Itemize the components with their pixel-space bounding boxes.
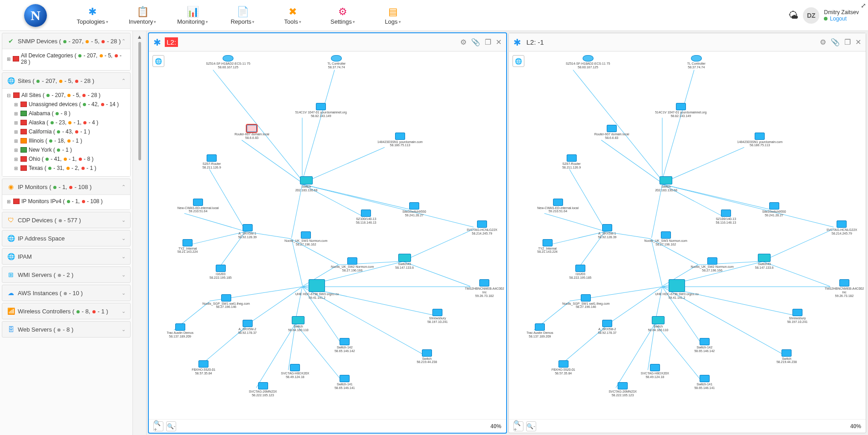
expand-icon[interactable]: ⊞ (13, 120, 19, 125)
topology-node[interactable]: Switch-14258.65.146.142 (335, 338, 355, 353)
scroll-rail[interactable]: ▲ (133, 31, 147, 435)
topology-node[interactable]: SVCTAG-H8OX20X58.49.124.18 (641, 364, 669, 379)
topology-node[interactable]: A_SRX5M-258.92.178.37 (238, 320, 257, 334)
tree-row-site[interactable]: ⊞Texas ( - 31, - 2, - 1 ) (5, 164, 127, 173)
topology-node[interactable]: Shrewsbury58.197.10.241 (787, 309, 807, 323)
scroll-up-icon[interactable]: ▲ (137, 34, 142, 40)
zoom-in-button[interactable]: 🔍+ (153, 421, 163, 431)
topology-node[interactable]: UHE HDC-6736 SW3 orgco.co59.41.141.2 (655, 279, 699, 299)
panel-header-ipspace[interactable]: 🌐 IP Address Space ⌄ (2, 230, 130, 246)
topology-node[interactable]: SZ67-Router58.211.126.9 (562, 154, 581, 169)
panel-header-cdp[interactable]: 🛡 CDP Devices ( - 577 ) ⌄ (2, 212, 130, 228)
topology-node[interactable]: Switch58.64.160.110 (288, 316, 309, 332)
topology-node[interactable]: Switch-14258.65.146.142 (694, 338, 715, 353)
topology-node[interactable]: FBXHO-5520-0158.57.35.84 (192, 360, 215, 375)
topology-node[interactable]: Site3Switch955059.241.28.27 (402, 202, 426, 217)
tree-row-site[interactable]: ⊞Ohio ( - 41, - 1, - 8 ) (5, 154, 127, 164)
attach-icon[interactable]: 📎 (831, 38, 840, 46)
topology-node[interactable]: Switch202.183.130.68 (655, 176, 677, 192)
nav-tools[interactable]: ✖Tools▾ (268, 3, 318, 28)
expand-icon[interactable]: ⊞ (13, 166, 19, 171)
panel-header-snmp[interactable]: ✔ SNMP Devices ( - 207, - 5, - 28 ) ⌃ (2, 33, 130, 49)
topology-node[interactable]: TYZ_Internal58.21.143.224 (178, 239, 198, 254)
topology-node[interactable]: Noctis_SGP_SW1 swt1.theg.com58.27.196.14… (562, 294, 609, 309)
topology-node[interactable]: 148423D3SN1 yourdomain.com58.186.75.113 (737, 133, 783, 147)
topology-node[interactable]: 514C1V 1047-01 yourdomainnet.org58.82.14… (295, 103, 347, 118)
topology-node[interactable]: SZ67-Router58.211.126.9 (203, 154, 221, 169)
zoom-out-button[interactable]: 🔍- (526, 421, 536, 431)
topology-node[interactable]: TYZ_Internal58.21.143.224 (537, 239, 558, 254)
panel-header-web[interactable]: 🗄 Web Servers ( - 8 ) ⌄ (2, 322, 130, 337)
panel-header-sites[interactable]: 🌐 Sites ( - 207, - 5, - 28 ) ⌃ (2, 73, 130, 88)
topology-node[interactable]: 514C1V 1047-01 yourdomainnet.org58.82.14… (655, 103, 706, 118)
topology-node[interactable]: Router-607 domain.local58.6.6.83 (594, 125, 629, 139)
topology-node[interactable]: A_SRX5M-158.92.128.39 (598, 224, 617, 239)
topology-node[interactable]: TMS2HBNCNMEB-A4C002 Inc59.26.73.182 (463, 279, 506, 297)
topology-node[interactable]: Router-607 domain.local58.6.6.83 (234, 125, 269, 139)
expand-icon[interactable]: ⊞ (13, 111, 19, 116)
topology-node[interactable]: Site3Switch955059.241.28.27 (762, 202, 786, 217)
collapse-icon[interactable]: ⊟ (6, 93, 11, 98)
topology-node[interactable]: Switch58.219.44.238 (416, 349, 437, 364)
topology-node[interactable]: Noctis_UK_SW2 Normon.com58.27.196.166 (331, 257, 374, 272)
tree-row-site[interactable]: ⊞Unassigned devices ( - 42, - 14 ) (5, 100, 127, 109)
scroll-handle[interactable] (138, 42, 141, 160)
panel-header-wmi[interactable]: ⊞ WMI Servers ( - 2 ) ⌄ (2, 267, 130, 282)
topology-node[interactable]: I1620358.222.195.185 (209, 265, 232, 279)
topology-node[interactable]: FBXHO-5520-0158.57.35.84 (552, 360, 575, 375)
nav-settings[interactable]: ⚙Settings▾ (318, 3, 368, 28)
topology-node[interactable]: SZ100/140-1358.116.146.13 (716, 210, 736, 224)
user-avatar[interactable]: DZ (803, 7, 819, 24)
topology-node[interactable]: Switch4358.147.133.6 (755, 254, 774, 269)
topology-node[interactable]: 148423D3SN1 yourdomain.com58.186.75.113 (377, 133, 423, 147)
topology-node[interactable]: Switch202.183.130.68 (295, 176, 318, 192)
topology-node[interactable]: TL Controller58.37.74.74 (327, 55, 345, 69)
panel-header-wireless[interactable]: 📶 Wireless Controllers ( - 8, - 1 ) ⌄ (2, 303, 130, 319)
tree-row-site[interactable]: ⊞Illinois ( - 18, - 1 ) (5, 136, 127, 145)
duplicate-icon[interactable]: ❐ (844, 38, 851, 46)
tree-row-site[interactable]: ⊞California ( - 43, - 1 ) (5, 127, 127, 136)
topology-node[interactable]: Shrewsbury58.197.10.241 (427, 309, 448, 323)
expand-icon[interactable]: ⊞ (13, 129, 19, 134)
topology-node[interactable]: I1620358.222.195.185 (569, 265, 592, 279)
nav-topologies[interactable]: ✱Topologies▾ (67, 3, 117, 28)
panel-header-ipam[interactable]: 🌐 IPAM ⌄ (2, 249, 130, 264)
topology-node[interactable]: SZ514-SF-H18AD2-ECS-11 7558.60.167.125 (566, 55, 610, 69)
tree-row-all-sites[interactable]: ⊟ All Sites ( - 207, - 5, - 28 ) (5, 91, 127, 100)
topology-node[interactable]: Switch-14158.65.146.141 (335, 375, 355, 389)
nav-monitoring[interactable]: 📊Monitoring▾ (168, 3, 218, 28)
fullscreen-icon[interactable]: ⤢ (861, 2, 866, 9)
expand-icon[interactable]: ⊞ (13, 102, 19, 107)
tree-row-site[interactable]: ⊞Alabama ( - 8 ) (5, 109, 127, 118)
zoom-out-button[interactable]: 🔍- (166, 421, 176, 431)
topology-node[interactable]: Noctis_SGP_SW1 swt1.theg.com58.27.196.14… (203, 294, 250, 309)
topology-node[interactable]: New-CWAS-ED-internal.local59.210.51.64 (178, 199, 219, 213)
topology-node[interactable]: TL Controller58.37.74.74 (687, 55, 706, 69)
topology-node[interactable]: Noctis_UK_SW3 Normon.com58.27.196.162 (645, 231, 687, 246)
attach-icon[interactable]: 📎 (471, 38, 480, 46)
gear-icon[interactable]: ⚙ (820, 38, 826, 46)
globe-button[interactable]: 🌐 (152, 55, 164, 67)
expand-icon[interactable]: ⊞ (6, 199, 11, 204)
topology-node[interactable]: SZ514-SF-H18AD2-ECS-11 7558.60.167.125 (206, 55, 250, 69)
tree-row-site[interactable]: ⊞New York ( - 1 ) (5, 145, 127, 154)
topology-node[interactable]: SVCTAG-26MN23X58.222.165.123 (609, 382, 637, 397)
topology-node[interactable]: Switch4358.147.133.6 (395, 254, 414, 269)
logo[interactable]: N (4, 4, 67, 27)
topology-canvas-left[interactable]: 🌐 SZ514-SF-H18AD2-ECS-11 7558.60.167.125… (149, 51, 506, 419)
close-icon[interactable]: ✕ (496, 38, 502, 46)
expand-icon[interactable]: ⊞ (6, 56, 11, 61)
panel-header-ipmon[interactable]: ◉ IP Monitors ( - 1, - 108 ) ⌃ (2, 179, 130, 194)
expand-icon[interactable]: ⊞ (13, 138, 19, 143)
logout-link[interactable]: Logout (830, 15, 847, 22)
topology-node[interactable]: New-CWAS-ED-internal.local59.210.51.64 (537, 199, 579, 213)
topology-node[interactable]: UHE HDC-6736 SW3 orgco.co59.41.141.2 (295, 279, 339, 299)
topology-node[interactable]: A_SRX5M-158.92.128.39 (238, 224, 257, 239)
duplicate-icon[interactable]: ❐ (485, 38, 491, 46)
close-icon[interactable]: ✕ (855, 38, 861, 46)
tree-row-site[interactable]: ⊞Alaska ( - 23, - 1, - 4 ) (5, 118, 127, 127)
topology-node[interactable]: Switch58.219.44.238 (777, 349, 797, 364)
tree-row-all-categories[interactable]: ⊞ All Device Categories ( - 207, - 5, - … (5, 51, 127, 67)
topology-node[interactable]: TMS2HBNCNMEB-A4C002 Inc59.26.73.182 (823, 279, 866, 297)
nav-inventory[interactable]: 📋Inventory▾ (117, 3, 168, 28)
